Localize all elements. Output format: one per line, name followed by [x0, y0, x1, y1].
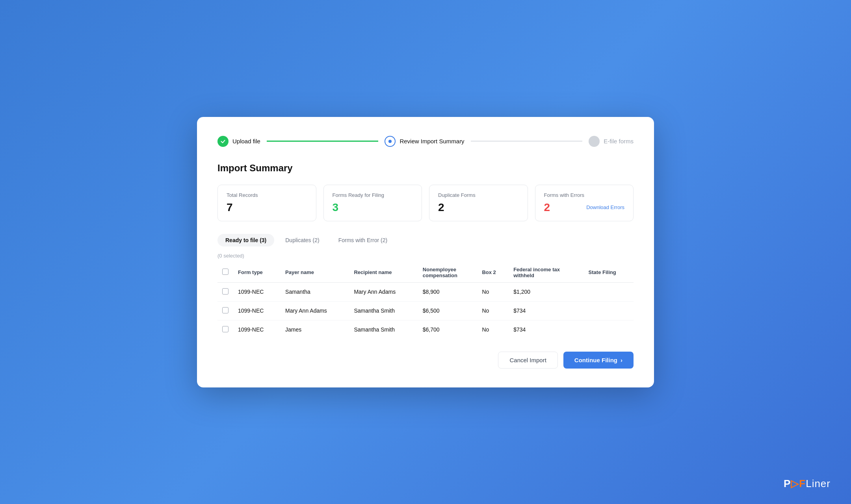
header-nonemployee-comp: Nonemployeecompensation — [418, 263, 478, 283]
step-efile-label: E-file forms — [604, 138, 634, 145]
row-checkbox-cell — [217, 282, 233, 301]
cell-recipient-0: Mary Ann Adams — [349, 282, 418, 301]
cell-form-type-2: 1099-NEC — [233, 320, 281, 339]
step-upload-circle — [217, 136, 229, 147]
chevron-right-icon: › — [621, 357, 622, 363]
card-err-label: Forms with Errors — [544, 192, 625, 198]
background: Upload file Review Import Summary E-file… — [0, 0, 851, 504]
card-total-label: Total Records — [227, 192, 307, 198]
cell-form-type-1: 1099-NEC — [233, 301, 281, 320]
header-federal-tax: Federal income taxwithheld — [509, 263, 583, 283]
step-line-1 — [267, 141, 379, 142]
header-checkbox-cell — [217, 263, 233, 283]
import-title: Import Summary — [217, 163, 634, 174]
card-errors: Forms with Errors 2 Download Errors — [535, 185, 634, 221]
card-err-value: 2 — [544, 201, 550, 214]
row-checkbox-cell — [217, 301, 233, 320]
progress-steps: Upload file Review Import Summary E-file… — [217, 136, 634, 147]
card-total-records: Total Records 7 — [217, 185, 316, 221]
header-recipient-name: Recipient name — [349, 263, 418, 283]
row-checkbox-2[interactable] — [222, 326, 229, 332]
step-review: Review Import Summary — [385, 136, 464, 147]
cell-nonemployee-comp-2: $6,700 — [418, 320, 478, 339]
footer-actions: Cancel Import Continue Filing › — [217, 352, 634, 369]
table-row: 1099-NEC Mary Ann Adams Samantha Smith $… — [217, 301, 634, 320]
table-row: 1099-NEC James Samantha Smith $6,700 No … — [217, 320, 634, 339]
card-total-value: 7 — [227, 201, 307, 214]
records-table: Form type Payer name Recipient name None… — [217, 263, 634, 339]
step-upload-label: Upload file — [232, 138, 260, 145]
step-review-circle — [385, 136, 396, 147]
modal-container: Upload file Review Import Summary E-file… — [197, 117, 654, 387]
cell-box2-0: No — [477, 282, 509, 301]
table-row: 1099-NEC Samantha Mary Ann Adams $8,900 … — [217, 282, 634, 301]
cell-federal-tax-2: $734 — [509, 320, 583, 339]
step-review-label: Review Import Summary — [399, 138, 464, 145]
cell-state-filing-2 — [584, 320, 634, 339]
card-ready-value: 3 — [333, 201, 413, 214]
tab-ready[interactable]: Ready to file (3) — [217, 234, 274, 246]
selected-info: (0 selected) — [217, 253, 634, 259]
cell-payer-2: James — [281, 320, 349, 339]
cell-form-type-0: 1099-NEC — [233, 282, 281, 301]
row-checkbox-0[interactable] — [222, 288, 229, 295]
step-efile: E-file forms — [589, 136, 634, 147]
tab-errors[interactable]: Forms with Error (2) — [331, 234, 395, 246]
row-checkbox-1[interactable] — [222, 307, 229, 313]
cell-federal-tax-1: $734 — [509, 301, 583, 320]
step-efile-circle — [589, 136, 600, 147]
cell-recipient-1: Samantha Smith — [349, 301, 418, 320]
summary-cards: Total Records 7 Forms Ready for Filing 3… — [217, 185, 634, 221]
cell-recipient-2: Samantha Smith — [349, 320, 418, 339]
header-box2: Box 2 — [477, 263, 509, 283]
card-ready-label: Forms Ready for Filing — [333, 192, 413, 198]
card-dup-label: Duplicate Forms — [438, 192, 519, 198]
header-state-filing: State Filing — [584, 263, 634, 283]
header-form-type: Form type — [233, 263, 281, 283]
cell-box2-2: No — [477, 320, 509, 339]
brand-p: P — [784, 478, 791, 489]
row-checkbox-cell — [217, 320, 233, 339]
select-all-checkbox[interactable] — [222, 269, 229, 275]
download-errors-link[interactable]: Download Errors — [586, 204, 624, 210]
cell-payer-1: Mary Ann Adams — [281, 301, 349, 320]
step-upload: Upload file — [217, 136, 260, 147]
header-payer-name: Payer name — [281, 263, 349, 283]
cell-state-filing-0 — [584, 282, 634, 301]
card-duplicates: Duplicate Forms 2 — [429, 185, 528, 221]
cancel-import-button[interactable]: Cancel Import — [498, 352, 557, 369]
continue-filing-button[interactable]: Continue Filing › — [563, 352, 634, 369]
brand-liner: Liner — [806, 478, 831, 489]
card-dup-value: 2 — [438, 201, 519, 214]
cell-nonemployee-comp-1: $6,500 — [418, 301, 478, 320]
tab-duplicates[interactable]: Duplicates (2) — [277, 234, 327, 246]
filter-tabs: Ready to file (3) Duplicates (2) Forms w… — [217, 234, 634, 246]
cell-nonemployee-comp-0: $8,900 — [418, 282, 478, 301]
card-forms-ready: Forms Ready for Filing 3 — [323, 185, 422, 221]
branding: P▷FLiner — [784, 478, 831, 490]
svg-point-0 — [388, 140, 392, 143]
cell-payer-0: Samantha — [281, 282, 349, 301]
cell-state-filing-1 — [584, 301, 634, 320]
brand-logo: P▷FLiner — [784, 478, 831, 490]
brand-df: ▷F — [791, 478, 806, 489]
continue-label: Continue Filing — [574, 357, 617, 363]
cell-box2-1: No — [477, 301, 509, 320]
cell-federal-tax-0: $1,200 — [509, 282, 583, 301]
step-line-2 — [471, 141, 583, 142]
